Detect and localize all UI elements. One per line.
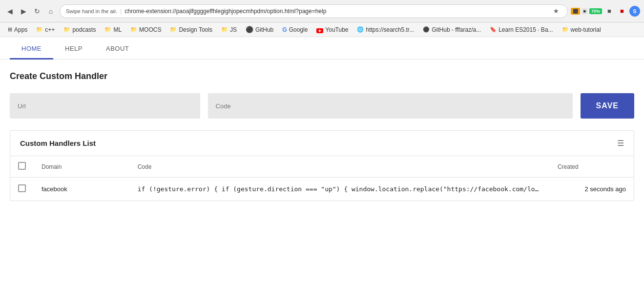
github-icon: ⚫ bbox=[246, 26, 253, 33]
row-domain: facebook bbox=[34, 178, 130, 201]
bookmark-design-tools[interactable]: 📁 Design Tools bbox=[166, 24, 216, 36]
bookmark-js[interactable]: 📁 JS bbox=[217, 24, 241, 36]
bookmark-search5-label: https://search5.tr... bbox=[366, 26, 414, 33]
row-created: 2 seconds ago bbox=[550, 178, 634, 201]
handlers-title: Custom Handlers List bbox=[20, 139, 96, 147]
tab-home[interactable]: HOME bbox=[10, 37, 53, 60]
section-title: Create Custom Handler bbox=[10, 71, 634, 81]
extension-button4[interactable]: ■ bbox=[617, 6, 627, 17]
bookmark-cpp[interactable]: 📁 c++ bbox=[32, 24, 59, 36]
row-checkbox[interactable] bbox=[18, 184, 26, 192]
browser-toolbar: ◀ ▶ ↻ ⌂ Swipe hand in the air. | chrome-… bbox=[0, 0, 644, 22]
row-code: if (!gesture.error) { if (gesture.direct… bbox=[130, 178, 550, 201]
nav-buttons: ◀ ▶ ↻ ⌂ bbox=[4, 5, 57, 17]
youtube-icon: ▶ bbox=[316, 26, 323, 33]
handlers-tbody: facebook if (!gesture.error) { if (gestu… bbox=[10, 178, 634, 201]
table-header-row: Domain Code Created bbox=[10, 156, 634, 178]
folder-icon: 📁 bbox=[170, 26, 177, 33]
globe-icon: 🌐 bbox=[357, 26, 364, 33]
bookmark-github-label: GitHub bbox=[255, 26, 273, 33]
bookmark-github2[interactable]: ⚫ GitHub - fffaraz/a... bbox=[419, 24, 485, 36]
bookmark-ml-label: ML bbox=[113, 26, 122, 33]
main-area: Create Custom Handler SAVE Custom Handle… bbox=[0, 60, 644, 213]
forward-button[interactable]: ▶ bbox=[18, 5, 29, 17]
url-input[interactable] bbox=[10, 93, 200, 119]
extension-button3[interactable]: ■ bbox=[604, 6, 615, 17]
folder-icon: 📁 bbox=[562, 26, 569, 33]
bookmark-web-tutorial-label: web-tutorial bbox=[571, 26, 601, 33]
header-checkbox[interactable] bbox=[18, 162, 26, 170]
folder-icon: 📁 bbox=[130, 26, 137, 33]
th-code: Code bbox=[130, 156, 550, 178]
bookmark-learnes2015[interactable]: 🔖 Learn ES2015 · Ba... bbox=[486, 24, 557, 36]
swipe-hint-text: Swipe hand in the air. bbox=[66, 8, 117, 14]
table-row: facebook if (!gesture.error) { if (gestu… bbox=[10, 178, 634, 201]
reload-button[interactable]: ↻ bbox=[31, 5, 43, 17]
th-domain: Domain bbox=[34, 156, 130, 178]
bookmark-icon: 🔖 bbox=[490, 26, 497, 33]
back-button[interactable]: ◀ bbox=[4, 5, 16, 17]
bookmarks-bar: ⊞ Apps 📁 c++ 📁 podcasts 📁 ML 📁 MOOCS 📁 D… bbox=[0, 22, 644, 37]
address-text: chrome-extension://paoajlfggggeffhlegigh… bbox=[125, 8, 547, 15]
bookmark-search5[interactable]: 🌐 https://search5.tr... bbox=[353, 24, 418, 36]
bookmark-moocs-label: MOOCS bbox=[139, 26, 161, 33]
th-checkbox bbox=[10, 156, 34, 178]
tab-about[interactable]: ABOUT bbox=[94, 37, 141, 60]
address-divider: | bbox=[120, 8, 122, 15]
bookmark-youtube[interactable]: ▶ YouTube bbox=[312, 24, 352, 36]
toolbar-icons: ⬛ ■ 70% ■ ■ S bbox=[571, 6, 640, 17]
google-icon: G bbox=[282, 26, 287, 33]
code-input[interactable] bbox=[208, 93, 573, 119]
home-button[interactable]: ⌂ bbox=[45, 5, 57, 17]
page-content: HOME HELP ABOUT Create Custom Handler SA… bbox=[0, 37, 644, 301]
folder-icon: 📁 bbox=[221, 26, 228, 33]
bookmark-apps[interactable]: ⊞ Apps bbox=[4, 24, 31, 36]
bookmark-github2-label: GitHub - fffaraz/a... bbox=[432, 26, 481, 33]
bookmark-google-label: Google bbox=[289, 26, 308, 33]
input-row: SAVE bbox=[10, 93, 634, 119]
bookmark-github[interactable]: ⚫ GitHub bbox=[242, 24, 277, 36]
tabs-bar: HOME HELP ABOUT bbox=[0, 37, 644, 60]
handlers-table: Domain Code Created facebook if (!gestur… bbox=[10, 156, 634, 201]
percent-badge: 70% bbox=[589, 8, 602, 14]
th-created: Created bbox=[550, 156, 634, 178]
profile-button[interactable]: S bbox=[629, 6, 640, 17]
bookmark-google[interactable]: G Google bbox=[278, 24, 312, 36]
star-button[interactable]: ★ bbox=[551, 6, 561, 17]
address-bar[interactable]: Swipe hand in the air. | chrome-extensio… bbox=[60, 4, 568, 18]
save-button[interactable]: SAVE bbox=[581, 93, 634, 119]
bookmark-web-tutorial[interactable]: 📁 web-tutorial bbox=[558, 24, 605, 36]
bookmark-js-label: JS bbox=[230, 26, 237, 33]
bookmark-youtube-label: YouTube bbox=[325, 26, 348, 33]
github-icon2: ⚫ bbox=[423, 26, 430, 33]
folder-icon: 📁 bbox=[104, 26, 111, 33]
extension-icon: ⬛ bbox=[571, 8, 580, 15]
filter-icon[interactable]: ☰ bbox=[617, 139, 624, 148]
bookmark-moocs[interactable]: 📁 MOOCS bbox=[126, 24, 165, 36]
bookmark-apps-label: Apps bbox=[14, 26, 27, 33]
handlers-header: Custom Handlers List ☰ bbox=[10, 131, 634, 156]
bookmark-ml[interactable]: 📁 ML bbox=[101, 24, 125, 36]
apps-icon: ⊞ bbox=[8, 26, 12, 33]
folder-icon: 📁 bbox=[63, 26, 70, 33]
bookmark-podcasts[interactable]: 📁 podcasts bbox=[60, 24, 100, 36]
bookmark-podcasts-label: podcasts bbox=[72, 26, 96, 33]
bookmark-learnes2015-label: Learn ES2015 · Ba... bbox=[499, 26, 553, 33]
folder-icon: 📁 bbox=[36, 26, 43, 33]
tab-help[interactable]: HELP bbox=[53, 37, 94, 60]
row-checkbox-cell bbox=[10, 178, 34, 201]
handlers-section: Custom Handlers List ☰ Domain Code Creat… bbox=[10, 130, 634, 201]
bookmark-design-tools-label: Design Tools bbox=[179, 26, 212, 33]
extension-icon2: ■ bbox=[582, 8, 587, 14]
bookmark-cpp-label: c++ bbox=[45, 26, 55, 33]
